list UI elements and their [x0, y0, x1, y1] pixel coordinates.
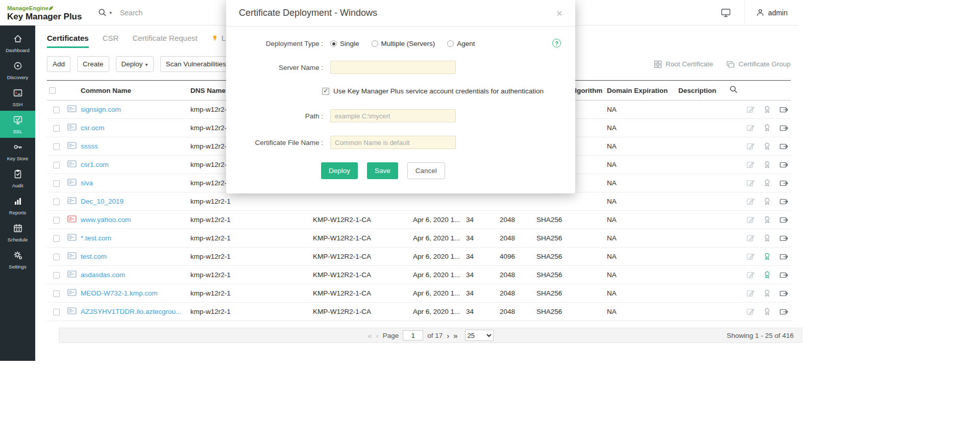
tab-certificates[interactable]: Certificates [47, 34, 89, 48]
path-input[interactable] [330, 109, 456, 122]
common-name-link[interactable]: MEOD-W732-1.kmp.com [81, 289, 158, 297]
radio-option-multiple[interactable]: Multiple (Servers) [372, 40, 435, 47]
add-button[interactable]: Add [47, 56, 70, 72]
certificate-file-name-input[interactable] [330, 136, 456, 149]
export-deploy-icon[interactable] [779, 289, 789, 298]
sign-certificate-icon[interactable] [763, 271, 771, 279]
sessions-button[interactable] [707, 0, 744, 25]
next-page-icon[interactable]: › [447, 332, 449, 339]
sidebar-item-settings[interactable]: Settings [0, 246, 35, 273]
export-deploy-icon[interactable] [779, 179, 789, 187]
edit-icon[interactable] [746, 179, 755, 187]
row-checkbox[interactable] [53, 235, 60, 242]
edit-icon[interactable] [746, 124, 755, 132]
row-checkbox[interactable] [53, 125, 60, 132]
close-icon[interactable]: × [556, 8, 562, 18]
row-checkbox[interactable] [53, 254, 60, 260]
agent-radio[interactable] [447, 40, 454, 47]
save-button[interactable]: Save [367, 162, 398, 179]
cancel-button[interactable]: Cancel [407, 162, 445, 179]
edit-icon[interactable] [746, 105, 755, 114]
edit-icon[interactable] [746, 307, 755, 316]
service-account-checkbox[interactable] [322, 88, 329, 95]
previous-page-icon[interactable]: ‹ [376, 332, 379, 339]
radio-option-single[interactable]: Single [330, 40, 359, 47]
sidebar-item-audit[interactable]: Audit [0, 165, 35, 192]
common-name-link[interactable]: AZJSYHV1TDDR.ilo.aztecgrou... [81, 308, 181, 315]
common-name-link[interactable]: Dec_10_2019 [81, 198, 124, 205]
scan-vulnerabilities-button[interactable]: Scan Vulnerabilities [160, 56, 232, 72]
common-name-link[interactable]: csr.ocm [81, 124, 105, 132]
sidebar-item-ssh[interactable]: SSH [0, 84, 35, 111]
search-input[interactable] [119, 8, 211, 17]
common-name-link[interactable]: signsign.com [81, 106, 121, 113]
single-radio[interactable] [330, 40, 337, 47]
edit-icon[interactable] [746, 252, 755, 261]
export-deploy-icon[interactable] [779, 142, 789, 151]
row-checkbox[interactable] [53, 107, 60, 113]
tab-certificate-request[interactable]: Certificate Request [132, 34, 198, 48]
col-common-name[interactable]: Common Name [79, 81, 188, 101]
row-checkbox[interactable] [53, 180, 60, 187]
col-description[interactable]: Description [676, 81, 727, 101]
export-deploy-icon[interactable] [779, 253, 789, 261]
server-name-input[interactable] [330, 61, 456, 74]
select-all-checkbox[interactable] [49, 87, 56, 94]
common-name-link[interactable]: asdasdas.com [81, 271, 125, 279]
deploy-dropdown-button[interactable]: Deploy▾ [116, 56, 154, 72]
page-size-select[interactable]: 25 [465, 330, 494, 341]
common-name-link[interactable]: siva [81, 179, 93, 187]
row-checkbox[interactable] [53, 309, 60, 315]
edit-icon[interactable] [746, 289, 755, 298]
export-deploy-icon[interactable] [779, 234, 789, 242]
export-deploy-icon[interactable] [779, 308, 789, 316]
common-name-link[interactable]: sssss [81, 142, 98, 150]
sign-certificate-icon[interactable] [763, 252, 771, 261]
row-checkbox[interactable] [53, 272, 60, 279]
edit-icon[interactable] [746, 234, 755, 242]
sidebar-item-schedule[interactable]: Schedule [0, 219, 35, 246]
multiple-servers-radio[interactable] [372, 40, 378, 47]
edit-icon[interactable] [746, 160, 755, 169]
user-menu[interactable]: admin [745, 8, 799, 17]
export-deploy-icon[interactable] [779, 124, 789, 132]
tab-csr[interactable]: CSR [103, 34, 119, 48]
common-name-link[interactable]: csr1.com [81, 161, 109, 168]
edit-icon[interactable] [746, 271, 755, 279]
radio-option-agent[interactable]: Agent [447, 40, 475, 47]
col-domain-expiration[interactable]: Domain Expiration [605, 81, 676, 101]
sign-certificate-icon[interactable] [763, 179, 771, 187]
export-deploy-icon[interactable] [779, 271, 789, 279]
edit-icon[interactable] [746, 215, 755, 224]
export-deploy-icon[interactable] [779, 161, 789, 169]
sign-certificate-icon[interactable] [763, 124, 771, 132]
page-input[interactable] [403, 330, 423, 340]
last-page-icon[interactable]: » [453, 332, 457, 339]
sign-certificate-icon[interactable] [763, 215, 771, 224]
help-icon[interactable]: ? [552, 39, 561, 47]
sign-certificate-icon[interactable] [763, 234, 771, 242]
export-deploy-icon[interactable] [779, 198, 789, 206]
sidebar-item-reports[interactable]: Reports [0, 192, 35, 219]
row-checkbox[interactable] [53, 143, 60, 150]
row-checkbox[interactable] [53, 217, 60, 224]
edit-icon[interactable] [746, 197, 755, 206]
create-button[interactable]: Create [77, 56, 109, 72]
export-deploy-icon[interactable] [779, 216, 789, 224]
edit-icon[interactable] [746, 142, 755, 151]
row-checkbox[interactable] [53, 290, 60, 297]
first-page-icon[interactable]: « [368, 332, 372, 339]
common-name-link[interactable]: test.com [81, 253, 107, 260]
sign-certificate-icon[interactable] [763, 105, 771, 114]
deploy-button[interactable]: Deploy [321, 162, 358, 179]
search-icon[interactable] [98, 8, 107, 17]
sidebar-item-dashboard[interactable]: Dashboard [0, 30, 35, 57]
certificate-group-link[interactable]: Certificate Group [726, 60, 791, 68]
sign-certificate-icon[interactable] [763, 289, 771, 298]
sign-certificate-icon[interactable] [763, 142, 771, 151]
common-name-link[interactable]: www.yahoo.com [81, 216, 131, 224]
row-checkbox[interactable] [53, 199, 60, 205]
row-checkbox[interactable] [53, 162, 60, 168]
sign-certificate-icon[interactable] [763, 307, 771, 316]
root-certificate-link[interactable]: Root Certificate [654, 60, 713, 68]
